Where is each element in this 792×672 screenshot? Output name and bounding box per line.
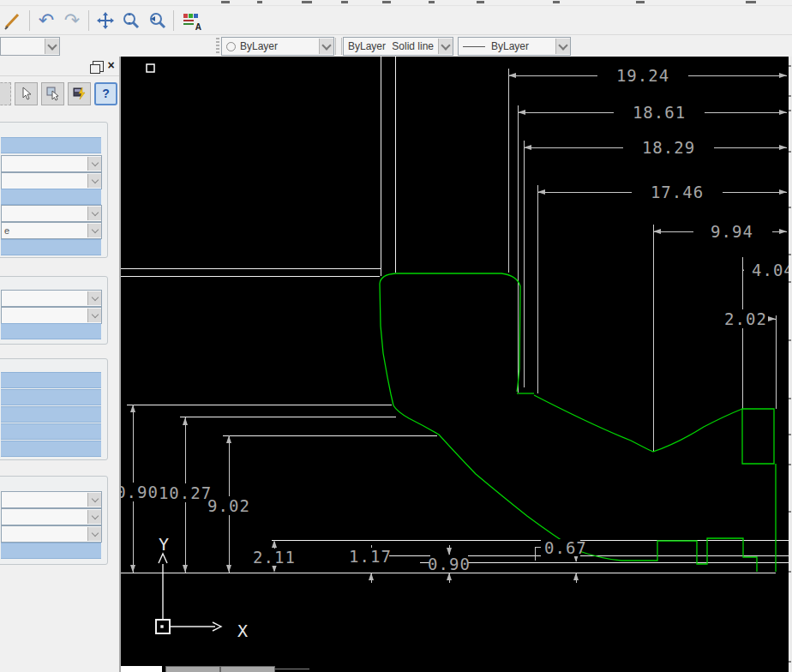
restore-window-icon[interactable]	[93, 61, 104, 72]
selected-row[interactable]	[1, 372, 101, 388]
color-combo[interactable]: ByLayer	[221, 37, 334, 56]
dim-label: 1.17	[349, 547, 392, 566]
linetype-combo-value: ByLayer Solid line	[344, 40, 438, 52]
palette-combo[interactable]	[1, 290, 102, 307]
selected-row[interactable]	[1, 423, 101, 440]
redo-icon[interactable]: ↷	[61, 9, 83, 32]
palette-group-1: e	[0, 122, 108, 258]
extension-lines	[508, 69, 776, 452]
selected-row[interactable]	[1, 323, 101, 339]
ucs-y-label: Y	[159, 534, 169, 555]
lineweight-combo-value: ByLayer	[459, 40, 555, 52]
pencil-icon[interactable]	[2, 9, 24, 32]
palette-combo[interactable]	[1, 491, 102, 508]
palette-combo[interactable]	[1, 155, 102, 172]
object-properties-bar: ByLayer ByLayer Solid line ByLayer	[0, 34, 792, 57]
pan-icon[interactable]	[94, 9, 117, 32]
selected-row[interactable]	[1, 239, 101, 255]
tool-palette: × ? e	[0, 57, 121, 672]
chevron-down-icon[interactable]	[87, 224, 101, 237]
chevron-down-icon[interactable]	[319, 39, 333, 54]
palette-combo-text: e	[2, 225, 87, 236]
chevron-down-icon[interactable]	[87, 527, 101, 541]
zoom-previous-icon[interactable]	[146, 9, 168, 32]
chevron-down-icon[interactable]	[87, 291, 101, 305]
dim-label: 4.04	[752, 261, 789, 279]
menu-fragment	[746, 1, 756, 3]
toolbar-drag-handle[interactable]	[216, 38, 219, 55]
ucs-x-label: X	[237, 621, 248, 641]
palette-combo[interactable]	[1, 525, 102, 543]
color-swatch-icon	[226, 42, 236, 51]
palette-group-3	[0, 358, 108, 460]
linetype-combo[interactable]: ByLayer Solid line	[343, 37, 453, 56]
dim-label: 2.02	[724, 309, 767, 328]
chevron-down-icon[interactable]	[87, 309, 101, 322]
green-entities	[380, 273, 776, 572]
close-icon[interactable]: ×	[105, 58, 117, 72]
dim-label: 18.29	[642, 138, 695, 157]
layout-tabs-clipped[interactable]	[121, 666, 309, 672]
selected-row[interactable]	[1, 543, 101, 559]
dim-label: 0.90	[428, 555, 471, 573]
menu-fragment	[636, 1, 645, 3]
cursor-icon[interactable]	[15, 82, 38, 105]
selected-row[interactable]	[1, 137, 101, 153]
menu-fragment	[221, 1, 230, 3]
undo-icon[interactable]: ↶	[35, 9, 57, 32]
palette-titlebar[interactable]: ×	[0, 57, 119, 76]
dim-label: 0.67	[544, 538, 587, 557]
chevron-down-icon[interactable]	[555, 39, 570, 54]
palette-combo[interactable]	[1, 205, 102, 222]
color-combo-value: ByLayer	[222, 40, 319, 52]
dim-label: 19.24	[616, 66, 669, 85]
geometry-lines	[121, 57, 789, 573]
palette-combo[interactable]: e	[1, 222, 102, 239]
menu-fragment	[382, 1, 391, 3]
selected-row[interactable]	[1, 441, 101, 457]
pickbox-cursor[interactable]	[147, 64, 154, 72]
chevron-down-icon[interactable]	[87, 207, 101, 220]
zoom-realtime-icon[interactable]	[120, 9, 142, 32]
menu-fragment	[553, 1, 560, 3]
menu-fragment	[341, 1, 348, 3]
dim-label: 9.94	[711, 222, 753, 241]
chevron-down-icon[interactable]	[87, 157, 101, 171]
drawing-canvas[interactable]: 19.24 18.61 18.29 17.46 9.94 4.04 2.02 0…	[121, 57, 789, 672]
layer-combo[interactable]	[0, 37, 60, 56]
palette-group-2	[0, 276, 108, 345]
palette-combo[interactable]	[1, 307, 102, 324]
toolbar-separator	[29, 10, 30, 31]
palette-combo[interactable]	[1, 172, 102, 189]
selected-row[interactable]	[1, 389, 101, 405]
chevron-down-icon[interactable]	[87, 174, 101, 188]
chevron-down-icon[interactable]	[438, 39, 453, 54]
right-edge-panel-clipped	[789, 57, 792, 672]
select-object-icon[interactable]	[41, 82, 64, 105]
dim-label: 2.11	[253, 548, 296, 567]
toolbar-separator	[88, 10, 89, 31]
help-icon[interactable]: ?	[94, 82, 117, 105]
menu-fragment	[477, 1, 484, 3]
chevron-down-icon[interactable]	[45, 39, 59, 54]
dim-label: 0.90	[121, 483, 159, 501]
chevron-down-icon[interactable]	[87, 510, 101, 524]
selected-row[interactable]	[1, 189, 101, 205]
dim-label: 9.02	[207, 496, 250, 515]
palette-combo[interactable]	[1, 508, 102, 525]
text-style-icon-label: A	[195, 22, 201, 32]
selection-rect-icon[interactable]	[0, 82, 11, 105]
palette-group-4	[0, 476, 108, 565]
dim-label: 17.46	[651, 183, 704, 201]
chevron-down-icon[interactable]	[87, 493, 101, 507]
lineweight-combo[interactable]: ByLayer	[458, 37, 571, 56]
menu-fragment	[302, 1, 312, 3]
quick-calc-icon[interactable]	[68, 82, 91, 105]
toolbar-separator	[173, 10, 174, 31]
drawing-viewport: 19.24 18.61 18.29 17.46 9.94 4.04 2.02 0…	[121, 57, 789, 672]
selected-row[interactable]	[1, 406, 101, 423]
lineweight-sample-icon	[463, 46, 485, 47]
menu-fragment	[257, 1, 262, 3]
cad-application-window: ↶ ↷ A ByLayer	[0, 0, 792, 672]
text-style-icon[interactable]: A	[179, 9, 201, 32]
